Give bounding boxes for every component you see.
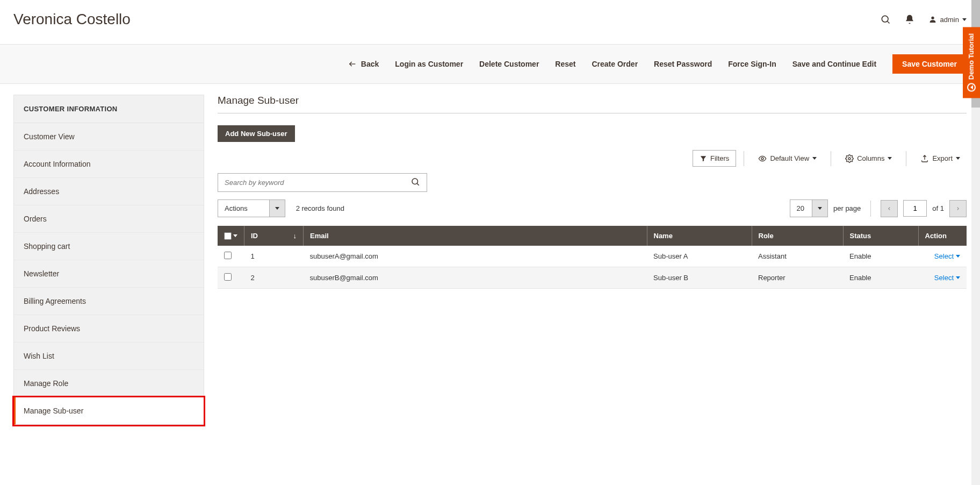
cell-status: Enable bbox=[843, 267, 918, 289]
row-checkbox[interactable] bbox=[224, 252, 232, 259]
default-view-button[interactable]: Default View bbox=[752, 151, 823, 167]
table-row: 1 subuserA@gmail.com Sub-user A Assistan… bbox=[218, 246, 967, 267]
svg-point-6 bbox=[412, 179, 418, 184]
sidebar-item-product-reviews[interactable]: Product Reviews bbox=[14, 315, 204, 343]
cell-name: Sub-user A bbox=[647, 246, 752, 267]
sidebar-item-addresses[interactable]: Addresses bbox=[14, 178, 204, 205]
cell-email: subuserB@gmail.com bbox=[304, 267, 647, 289]
cell-status: Enable bbox=[843, 246, 918, 267]
sidebar: CUSTOMER INFORMATION Customer ViewAccoun… bbox=[13, 95, 204, 425]
cell-role: Reporter bbox=[752, 267, 843, 289]
sidebar-header: CUSTOMER INFORMATION bbox=[14, 95, 204, 123]
sidebar-item-newsletter[interactable]: Newsletter bbox=[14, 260, 204, 288]
search-icon bbox=[410, 177, 420, 187]
next-page-button[interactable] bbox=[949, 200, 967, 217]
prev-page-button[interactable] bbox=[881, 200, 898, 217]
sidebar-item-shopping-cart[interactable]: Shopping cart bbox=[14, 233, 204, 260]
cell-role: Assistant bbox=[752, 246, 843, 267]
per-page-label: per page bbox=[833, 204, 861, 212]
column-action: Action bbox=[918, 226, 967, 246]
per-page-dropdown[interactable]: 20 bbox=[790, 199, 828, 217]
records-found-label: 2 records found bbox=[296, 204, 344, 212]
row-select-action[interactable]: Select bbox=[925, 274, 960, 282]
create-order-button[interactable]: Create Order bbox=[592, 60, 638, 68]
reset-button[interactable]: Reset bbox=[555, 60, 575, 68]
chevron-down-icon bbox=[888, 157, 892, 160]
section-title: Manage Sub-user bbox=[218, 95, 967, 106]
login-as-customer-button[interactable]: Login as Customer bbox=[395, 60, 463, 68]
column-role[interactable]: Role bbox=[752, 226, 843, 246]
sidebar-item-customer-view[interactable]: Customer View bbox=[14, 123, 204, 151]
of-pages-label: of 1 bbox=[932, 204, 944, 212]
sidebar-item-wish-list[interactable]: Wish List bbox=[14, 343, 204, 370]
gear-icon bbox=[845, 154, 854, 163]
chevron-down-icon bbox=[812, 200, 827, 217]
columns-button[interactable]: Columns bbox=[839, 151, 898, 167]
sidebar-item-account-information[interactable]: Account Information bbox=[14, 151, 204, 178]
svg-point-5 bbox=[848, 158, 851, 160]
delete-customer-button[interactable]: Delete Customer bbox=[479, 60, 539, 68]
page-input[interactable] bbox=[903, 200, 927, 217]
chevron-right-icon bbox=[955, 206, 961, 211]
admin-label: admin bbox=[940, 16, 959, 24]
back-button[interactable]: Back bbox=[348, 60, 379, 68]
admin-account-menu[interactable]: admin bbox=[928, 15, 967, 24]
sidebar-item-manage-sub-user[interactable]: Manage Sub-user bbox=[14, 397, 204, 425]
chevron-down-icon bbox=[812, 157, 817, 160]
search-button[interactable] bbox=[404, 174, 427, 191]
cell-id: 2 bbox=[244, 267, 304, 289]
chevron-down-icon bbox=[956, 255, 960, 258]
chevron-down-icon bbox=[956, 276, 960, 279]
svg-point-0 bbox=[882, 16, 888, 22]
search-input[interactable] bbox=[218, 174, 404, 191]
sidebar-item-orders[interactable]: Orders bbox=[14, 205, 204, 233]
column-status[interactable]: Status bbox=[843, 226, 918, 246]
notifications-icon[interactable] bbox=[904, 14, 915, 25]
select-all-checkbox[interactable] bbox=[224, 232, 237, 240]
chevron-left-icon bbox=[887, 206, 892, 211]
demo-tutorial-tab[interactable]: Demo Tutorial bbox=[963, 27, 980, 98]
actions-dropdown[interactable]: Actions bbox=[218, 199, 285, 217]
funnel-icon bbox=[700, 155, 707, 162]
user-icon bbox=[928, 15, 937, 24]
divider bbox=[218, 113, 967, 113]
reset-password-button[interactable]: Reset Password bbox=[654, 60, 712, 68]
chevron-down-icon bbox=[269, 200, 285, 217]
row-select-action[interactable]: Select bbox=[925, 252, 960, 260]
svg-line-7 bbox=[417, 183, 419, 185]
save-continue-button[interactable]: Save and Continue Edit bbox=[792, 60, 876, 68]
add-new-subuser-button[interactable]: Add New Sub-user bbox=[218, 125, 295, 142]
sort-arrow-icon: ↓ bbox=[293, 232, 297, 240]
page-title: Veronica Costello bbox=[13, 11, 131, 28]
highlight-box: Manage Sub-user bbox=[12, 396, 205, 426]
subuser-table: ID↓ Email Name Role Status Action 1 subu… bbox=[218, 226, 967, 289]
cell-id: 1 bbox=[244, 246, 304, 267]
save-customer-button[interactable]: Save Customer bbox=[892, 54, 967, 74]
search-icon[interactable] bbox=[880, 14, 891, 25]
export-icon bbox=[920, 154, 929, 163]
column-email[interactable]: Email bbox=[304, 226, 647, 246]
sidebar-item-manage-role[interactable]: Manage Role bbox=[14, 370, 204, 397]
demo-tab-label: Demo Tutorial bbox=[968, 33, 976, 80]
column-name[interactable]: Name bbox=[647, 226, 752, 246]
table-row: 2 subuserB@gmail.com Sub-user B Reporter… bbox=[218, 267, 967, 289]
svg-line-1 bbox=[887, 22, 889, 24]
filters-button[interactable]: Filters bbox=[693, 150, 736, 167]
eye-icon bbox=[758, 154, 767, 163]
chevron-down-icon bbox=[962, 18, 967, 21]
cell-email: subuserA@gmail.com bbox=[304, 246, 647, 267]
force-signin-button[interactable]: Force Sign-In bbox=[728, 60, 776, 68]
cell-name: Sub-user B bbox=[647, 267, 752, 289]
play-icon bbox=[967, 83, 976, 91]
arrow-left-icon bbox=[348, 60, 357, 68]
chevron-down-icon bbox=[956, 157, 960, 160]
sidebar-item-billing-agreements[interactable]: Billing Agreements bbox=[14, 288, 204, 315]
row-checkbox[interactable] bbox=[224, 273, 232, 281]
export-button[interactable]: Export bbox=[914, 151, 967, 167]
svg-point-2 bbox=[931, 17, 934, 19]
column-id[interactable]: ID bbox=[251, 232, 258, 240]
svg-point-4 bbox=[761, 158, 763, 160]
